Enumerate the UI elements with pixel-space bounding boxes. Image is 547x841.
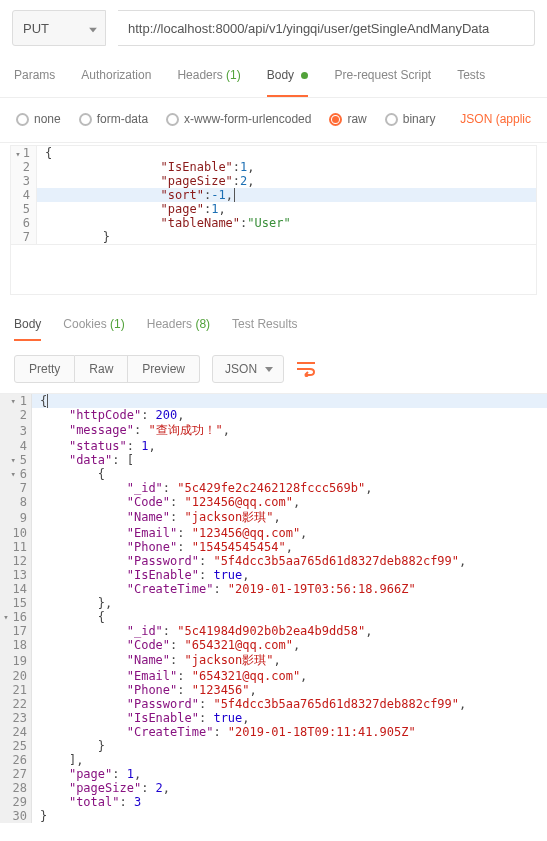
resp-tab-headers[interactable]: Headers (8) [147,317,210,341]
tab-tests[interactable]: Tests [457,68,485,97]
body-type-raw[interactable]: raw [329,112,366,126]
cursor-line: 4 "sort":-1, [11,188,536,202]
tab-headers-label: Headers [177,68,222,82]
response-format-select[interactable]: JSON [212,355,284,383]
body-type-xwww[interactable]: x-www-form-urlencoded [166,112,311,126]
tab-headers[interactable]: Headers (1) [177,68,240,97]
tab-prerequest[interactable]: Pre-request Script [334,68,431,97]
body-content-type[interactable]: JSON (applic [460,112,531,126]
response-viewbar: Pretty Raw Preview JSON [0,343,547,393]
chevron-down-icon [89,21,97,36]
method-value: PUT [23,21,49,36]
request-body-editor[interactable]: ▾1{ 2 "IsEnable":1, 3 "pageSize":2, 4 "s… [10,145,537,245]
view-pretty[interactable]: Pretty [14,355,75,383]
body-type-binary[interactable]: binary [385,112,436,126]
body-type-form-data[interactable]: form-data [79,112,148,126]
view-preview[interactable]: Preview [128,355,200,383]
body-type-row: none form-data x-www-form-urlencoded raw… [0,98,547,143]
tab-headers-count: (1) [226,68,241,82]
tab-body-label: Body [267,68,294,82]
view-raw[interactable]: Raw [75,355,128,383]
resp-tab-tests[interactable]: Test Results [232,317,297,341]
url-text: http://localhost:8000/api/v1/yingqi/user… [128,21,489,36]
body-type-none[interactable]: none [16,112,61,126]
request-bar: PUT http://localhost:8000/api/v1/yingqi/… [0,0,547,64]
tab-params[interactable]: Params [14,68,55,97]
response-body-editor[interactable]: ▾1{ 2 "httpCode": 200, 3 "message": "查询成… [0,393,547,823]
response-tabs: Body Cookies (1) Headers (8) Test Result… [0,305,547,343]
url-input[interactable]: http://localhost:8000/api/v1/yingqi/user… [118,10,535,46]
resp-tab-cookies[interactable]: Cookies (1) [63,317,124,341]
resp-tab-body[interactable]: Body [14,317,41,341]
request-tabs: Params Authorization Headers (1) Body Pr… [0,64,547,98]
tab-authorization[interactable]: Authorization [81,68,151,97]
unsaved-dot-icon [301,72,308,79]
wrap-lines-icon[interactable] [296,361,316,377]
chevron-down-icon [265,367,273,372]
tab-body[interactable]: Body [267,68,309,97]
method-select[interactable]: PUT [12,10,106,46]
